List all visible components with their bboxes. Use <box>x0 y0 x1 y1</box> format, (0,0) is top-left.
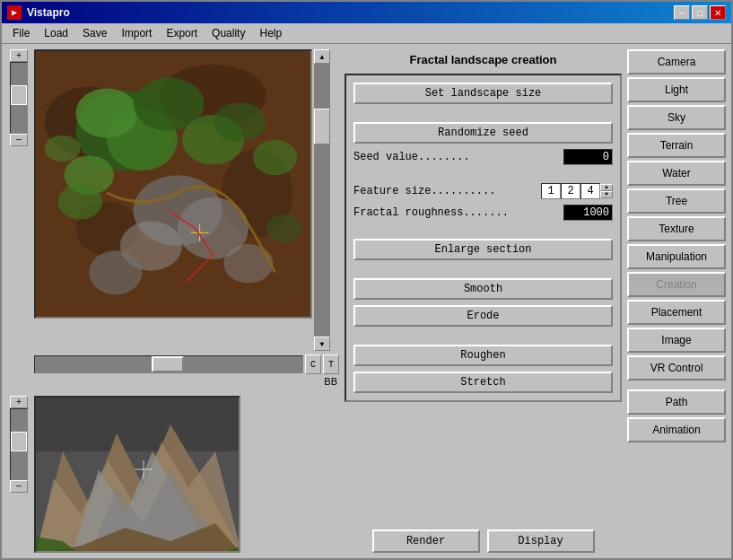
nav-texture[interactable]: Texture <box>627 216 726 241</box>
nav-vr-control[interactable]: VR Control <box>627 355 726 381</box>
set-landscape-button[interactable]: Set landscape size <box>353 83 613 104</box>
smooth-button[interactable]: Smooth <box>353 278 613 300</box>
zoom-in-bottom[interactable]: + <box>10 396 28 408</box>
minimize-button[interactable]: ─ <box>674 5 690 20</box>
creation-title: Fractal landscape creation <box>345 49 622 70</box>
seed-label: Seed value........ <box>353 151 560 163</box>
feature-val-2[interactable] <box>561 183 580 199</box>
restore-button[interactable]: □ <box>692 5 708 20</box>
close-button[interactable]: ✕ <box>710 5 726 20</box>
scroll-up-btn[interactable]: ▲ <box>314 49 330 64</box>
svg-point-20 <box>58 184 102 219</box>
main-window: ▶ Vistapro ─ □ ✕ File Load Save Import E… <box>0 0 733 560</box>
menu-export[interactable]: Export <box>159 25 205 41</box>
zoom-in-top[interactable]: + <box>10 49 28 62</box>
zoom-out-top[interactable]: ─ <box>10 134 28 146</box>
bottom-map-left-controls: + ─ <box>7 396 31 493</box>
zoom-out-bottom[interactable]: ─ <box>10 480 28 493</box>
erode-button[interactable]: Erode <box>353 305 613 327</box>
map-hscroll[interactable] <box>34 355 303 373</box>
left-panel: + ─ <box>7 49 339 553</box>
nav-placement[interactable]: Placement <box>627 300 726 325</box>
nav-creation[interactable]: Creation <box>627 272 726 297</box>
menu-quality[interactable]: Quality <box>205 25 252 41</box>
roughness-input[interactable] <box>563 205 613 221</box>
nav-manipulation[interactable]: Manipulation <box>627 244 726 269</box>
svg-point-11 <box>213 102 266 141</box>
bottom-section: + ─ <box>7 396 339 553</box>
spin-down[interactable]: ▼ <box>600 191 613 198</box>
display-button[interactable]: Display <box>487 529 595 553</box>
nav-terrain[interactable]: Terrain <box>627 133 726 158</box>
window-title: Vistapro <box>27 6 70 19</box>
scroll-track[interactable] <box>314 64 330 337</box>
menu-import[interactable]: Import <box>114 25 159 41</box>
bb-label: BB <box>324 376 337 392</box>
svg-point-21 <box>266 214 301 243</box>
creation-panel: Set landscape size Randomize seed Seed v… <box>345 74 622 402</box>
c-button[interactable]: C <box>305 354 321 374</box>
scroll-down-btn[interactable]: ▼ <box>314 337 330 351</box>
top-map-vscroll[interactable]: ▲ ▼ <box>314 49 332 351</box>
nav-light[interactable]: Light <box>627 77 726 102</box>
feature-spinner: ▲ ▼ <box>600 184 613 198</box>
svg-point-22 <box>45 136 80 162</box>
bottom-buttons: Render Display <box>345 526 622 553</box>
nav-camera[interactable]: Camera <box>627 49 726 74</box>
feature-inputs: ▲ ▼ <box>541 183 613 199</box>
middle-panel: Fractal landscape creation Set landscape… <box>345 49 622 553</box>
hscroll-thumb[interactable] <box>152 356 184 372</box>
menu-bar: File Load Save Import Export Quality Hel… <box>2 23 731 44</box>
ct-buttons: C T <box>305 354 339 374</box>
roughness-label: Fractal roughness....... <box>353 206 560 219</box>
menu-file[interactable]: File <box>5 25 37 41</box>
nav-image[interactable]: Image <box>627 328 726 353</box>
menu-help[interactable]: Help <box>252 25 289 41</box>
app-icon: ▶ <box>7 5 22 20</box>
nav-water[interactable]: Water <box>627 161 726 186</box>
menu-save[interactable]: Save <box>75 25 114 41</box>
roughness-row: Fractal roughness....... <box>353 205 613 221</box>
t-button[interactable]: T <box>323 354 339 374</box>
randomize-seed-button[interactable]: Randomize seed <box>353 122 613 144</box>
bottom-map-view[interactable] <box>34 396 240 553</box>
seed-input[interactable] <box>563 149 613 165</box>
top-map-left-controls: + ─ <box>7 49 31 146</box>
stretch-button[interactable]: Stretch <box>353 372 613 393</box>
menu-load[interactable]: Load <box>37 25 75 41</box>
nav-path[interactable]: Path <box>627 389 726 415</box>
right-panel: Camera Light Sky Terrain Water Tree Text… <box>627 49 726 553</box>
feature-val-3[interactable] <box>580 183 600 199</box>
feature-row: Feature size.......... ▲ ▼ <box>353 183 613 199</box>
nav-tree[interactable]: Tree <box>627 188 726 214</box>
top-map-view[interactable] <box>34 49 312 319</box>
feature-val-1[interactable] <box>541 183 561 199</box>
feature-label: Feature size.......... <box>353 185 537 197</box>
svg-rect-24 <box>36 398 240 451</box>
svg-point-7 <box>75 88 137 137</box>
title-controls: ─ □ ✕ <box>674 5 726 20</box>
enlarge-section-button[interactable]: Enlarge section <box>353 239 613 260</box>
nav-sky[interactable]: Sky <box>627 105 726 130</box>
scroll-thumb[interactable] <box>314 109 330 144</box>
bb-row: BB <box>34 376 339 392</box>
map-container-top: + ─ <box>7 49 339 392</box>
title-bar: ▶ Vistapro ─ □ ✕ <box>2 2 731 23</box>
roughen-button[interactable]: Roughen <box>353 345 613 366</box>
spin-up[interactable]: ▲ <box>600 184 613 191</box>
seed-row: Seed value........ <box>353 149 613 165</box>
svg-point-17 <box>223 244 273 283</box>
svg-point-12 <box>253 140 297 175</box>
render-button[interactable]: Render <box>372 529 480 553</box>
svg-point-16 <box>89 250 142 294</box>
nav-animation[interactable]: Animation <box>627 417 726 442</box>
main-content: + ─ <box>2 44 731 558</box>
